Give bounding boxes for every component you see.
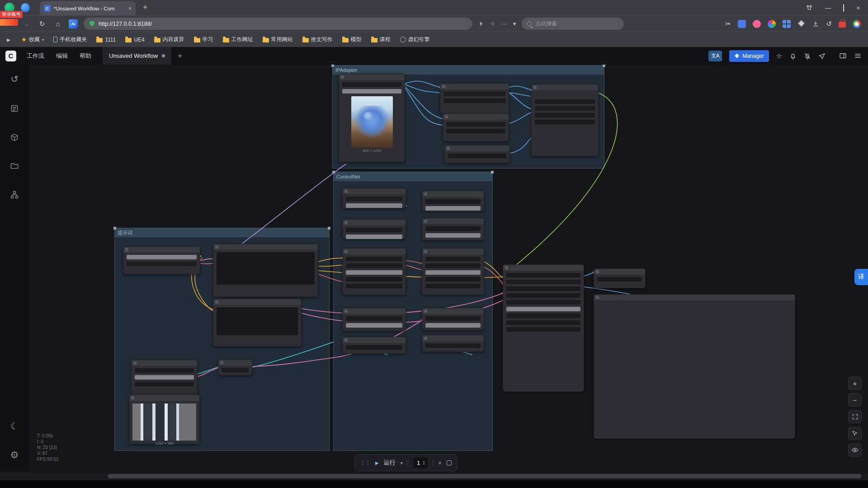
fit-view-button[interactable] (848, 410, 862, 423)
extension-wheel-icon[interactable] (768, 20, 776, 28)
select-mode-button[interactable] (848, 427, 862, 440)
extension-pink-icon[interactable] (753, 20, 761, 28)
graph-node[interactable] (422, 218, 484, 240)
graph-node[interactable] (422, 335, 484, 352)
menu-list-icon[interactable] (854, 52, 862, 60)
translate-fab[interactable]: 译 (854, 269, 868, 285)
ai-assistant-icon[interactable]: AI (69, 19, 78, 28)
bookmark-folder[interactable]: 常用网站 (263, 36, 293, 43)
share-icon[interactable] (818, 52, 826, 60)
puzzle-extension-icon[interactable] (797, 20, 805, 28)
models-cube-icon[interactable] (5, 128, 24, 146)
reload-icon[interactable]: ↻ (37, 20, 47, 28)
manager-button[interactable]: Manager (729, 50, 769, 62)
search-box[interactable]: 点此搜索 (522, 18, 624, 30)
extension-blue-icon[interactable] (738, 20, 746, 28)
bookmark-favorites[interactable]: ★ 收藏 ▾ (21, 36, 44, 43)
theme-skin-icon[interactable] (806, 4, 813, 11)
graph-node[interactable]: 1262 × 360 (129, 394, 200, 444)
notifications-muted-icon[interactable] (804, 52, 811, 60)
tab-close-icon[interactable]: × (128, 5, 132, 12)
maximize-button[interactable] (843, 5, 844, 11)
drag-handle-icon[interactable]: ⋮⋮ (360, 460, 370, 466)
home-icon[interactable]: ⌂ (53, 20, 63, 28)
close-window-button[interactable]: × (856, 5, 860, 11)
promo-badge[interactable] (0, 19, 18, 26)
notifications-icon[interactable] (789, 52, 797, 60)
horizontal-scrollbar-track[interactable] (0, 472, 868, 480)
settings-gear-icon[interactable]: ⚙ (5, 446, 24, 464)
batch-count-stepper[interactable]: 1 ▴ ▾ (413, 457, 428, 468)
download-icon[interactable] (812, 20, 819, 28)
extension-grid-icon[interactable] (783, 20, 791, 28)
menu-workflow[interactable]: 工作流 (21, 52, 50, 60)
graph-node[interactable] (531, 84, 599, 156)
bookmark-folder[interactable]: 内容废弃 (154, 36, 184, 43)
graph-node[interactable] (218, 359, 252, 375)
undo-icon[interactable]: ↺ (826, 20, 832, 28)
url-field[interactable]: http://127.0.0.1:8188/ (84, 18, 472, 30)
graph-node[interactable] (422, 308, 484, 330)
zoom-in-button[interactable]: + (848, 376, 862, 390)
bookmark-unreal[interactable]: 虚幻引擎 (400, 36, 430, 43)
toggle-visibility-button[interactable] (848, 443, 862, 457)
site-security-icon[interactable] (90, 21, 94, 27)
scissors-icon[interactable]: ✂ (726, 20, 731, 28)
more-actions-icon[interactable]: ··· (501, 20, 507, 27)
graph-node[interactable] (422, 191, 484, 211)
stop-icon[interactable] (447, 460, 452, 465)
add-workflow-button[interactable]: + (178, 52, 182, 61)
workflow-tab[interactable]: Unsaved Workflow (103, 47, 171, 65)
translate-toggle-button[interactable]: 文A (708, 51, 722, 61)
step-down-icon[interactable]: ▾ (423, 463, 425, 465)
briefcase-icon[interactable] (839, 22, 846, 28)
browser-globe-icon[interactable] (853, 20, 861, 28)
bookmark-folder[interactable]: 1111 (96, 37, 116, 43)
graph-node[interactable] (213, 299, 302, 347)
forward-icon[interactable]: → (21, 20, 31, 28)
graph-node[interactable] (342, 188, 406, 209)
stepper-arrows[interactable]: ▴ ▾ (423, 460, 425, 465)
comfy-logo[interactable]: C (5, 51, 16, 61)
graph-node[interactable] (213, 244, 318, 297)
bookmark-folder[interactable]: 推文写作 (302, 36, 333, 43)
favorites-icon[interactable]: ☆ (776, 52, 782, 60)
graph-node[interactable]: 800 × 1200 (339, 74, 405, 162)
node-library-icon[interactable] (5, 186, 24, 204)
bookmark-star-icon[interactable]: ☆ (490, 20, 495, 27)
graph-node[interactable] (342, 219, 406, 239)
bookmark-folder[interactable]: 课程 (371, 36, 391, 43)
history-icon[interactable]: ↺ (5, 70, 24, 88)
graph-node[interactable] (443, 113, 509, 141)
bookmark-folder[interactable]: 学习 (194, 36, 213, 43)
theme-moon-icon[interactable]: ☾ (5, 417, 24, 435)
graph-node[interactable] (594, 268, 646, 288)
new-tab-button[interactable]: + (143, 3, 147, 12)
graph-node[interactable] (444, 145, 510, 163)
graph-node[interactable] (131, 360, 198, 395)
graph-node[interactable] (503, 264, 584, 392)
minimize-button[interactable]: — (825, 5, 831, 11)
bookmark-folder[interactable]: UE4 (125, 37, 144, 43)
dropdown-icon[interactable]: ▾ (513, 20, 516, 27)
graph-node[interactable] (422, 248, 484, 295)
login-badge[interactable]: 登录账号 (0, 11, 23, 18)
bookmarks-expand-icon[interactable]: ▸ (5, 36, 12, 44)
bookmark-folder[interactable]: 模型 (342, 36, 362, 43)
menu-help[interactable]: 帮助 (74, 52, 97, 60)
play-icon[interactable]: ▶ (375, 460, 379, 465)
bookmark-mobile[interactable]: 手机收藏夹 (53, 36, 87, 43)
bookmark-folder[interactable]: 工作网址 (223, 36, 253, 43)
graph-node[interactable] (342, 308, 406, 331)
run-button[interactable]: 运行 (384, 459, 396, 467)
cancel-icon[interactable]: × (438, 460, 442, 466)
panel-toggle-icon[interactable] (839, 52, 847, 60)
run-options-caret-icon[interactable]: ▾ (401, 460, 403, 465)
horizontal-scrollbar-thumb[interactable] (108, 474, 862, 479)
workflows-folder-icon[interactable] (5, 157, 24, 175)
graph-node[interactable] (440, 83, 509, 114)
menu-edit[interactable]: 编辑 (50, 52, 74, 60)
zoom-out-button[interactable]: − (848, 393, 862, 407)
browser-tab[interactable]: C *Unsaved Workflow - Com × (40, 1, 136, 15)
graph-node[interactable] (342, 337, 406, 354)
